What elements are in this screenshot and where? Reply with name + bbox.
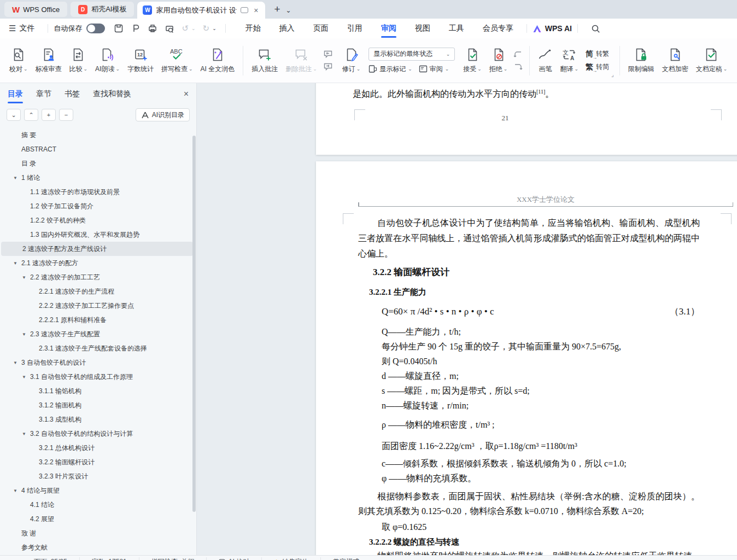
toc-item[interactable]: ▼ 2.1 速冻饺子的配方 <box>0 256 193 270</box>
tab-find-replace[interactable]: 查找和替换 <box>93 84 131 104</box>
status-page-count[interactable]: 页面: 25/25 <box>22 557 80 560</box>
expand-all-button[interactable]: ⌄ <box>7 109 21 121</box>
undo-dropdown-icon[interactable]: ⌄ <box>191 26 196 31</box>
proofread-button[interactable]: 校对⌄ <box>5 45 32 76</box>
toc-expand-arrow[interactable]: ▼ <box>22 375 30 380</box>
ai-recognize-toc-button[interactable]: AI识别目录 <box>136 108 190 121</box>
encrypt-document-button[interactable]: 文档加密 <box>658 45 692 76</box>
menu-item[interactable]: 插入 <box>279 19 295 38</box>
print-button[interactable] <box>148 24 157 33</box>
accept-change-button[interactable]: 接受⌄ <box>459 45 486 76</box>
file-menu[interactable]: ☰ 文件 <box>9 24 34 33</box>
search-button[interactable] <box>591 24 600 33</box>
word-count-button[interactable]: 12 字数统计 <box>124 45 157 76</box>
print-preview-button[interactable] <box>165 24 174 33</box>
toc-item[interactable]: ▼ 3.1.2 输面机构 <box>0 398 193 412</box>
zoom-out-outline-button[interactable]: − <box>59 109 73 121</box>
compare-button[interactable]: 比较⌄ <box>66 45 92 76</box>
toc-item[interactable]: ▼ 4.1 结论 <box>0 498 193 512</box>
tab-wps-office[interactable]: W WPS Office <box>4 2 67 17</box>
wps-ai-button[interactable]: WPS AI <box>533 24 572 33</box>
menu-item[interactable]: 会员专享 <box>483 19 513 38</box>
menu-item[interactable]: 审阅 <box>381 19 396 38</box>
toc-item[interactable]: ▼ 3.2.3 叶片泵设计 <box>0 469 193 483</box>
toc-item[interactable]: ▼ 4.2 展望 <box>0 512 193 526</box>
tab-chapters[interactable]: 章节 <box>36 84 51 104</box>
sidebar-scrollbar[interactable] <box>192 136 196 512</box>
collapse-all-button[interactable]: ⌃ <box>24 109 38 121</box>
status-missing-font[interactable]: ⚠ 缺失字体 <box>262 557 321 560</box>
markup-state-dropdown[interactable]: 显示标记的最终状态⌄ <box>368 48 455 61</box>
next-change-button[interactable] <box>513 63 523 71</box>
autosave-toggle[interactable] <box>86 24 105 33</box>
toc-item[interactable]: ▼ 致 谢 <box>0 526 193 540</box>
toc-item[interactable]: ▼ 3.1 自动包饺子机的组成及工作原理 <box>0 370 193 384</box>
toc-item[interactable]: ▼ 参考文献 <box>0 540 193 555</box>
finalize-document-button[interactable]: 文档定稿⌄ <box>692 45 732 76</box>
menu-item[interactable]: 工具 <box>449 19 464 38</box>
toc-item[interactable]: ▼ 2.2.1 速冻饺子的生产流程 <box>0 284 193 299</box>
document-canvas[interactable]: 是如此。此外输面机构的传动为水平方向的传动[11]。 21 XXX学士学位论文 … <box>197 83 737 555</box>
restrict-editing-button[interactable]: 限制编辑 <box>624 45 658 76</box>
menu-item[interactable]: 开始 <box>245 19 261 38</box>
toc-item[interactable]: ▼ 1 绪论 <box>0 171 193 185</box>
translate-button[interactable]: 文A 翻译⌄ <box>556 45 582 76</box>
previous-comment-button[interactable] <box>323 50 333 59</box>
toc-item[interactable]: ▼ 1.2.2 饺子机的种类 <box>0 213 193 228</box>
status-word-count[interactable]: 字数: 17581 <box>80 557 139 560</box>
document-page-21[interactable]: 是如此。此外输面机构的传动为水平方向的传动[11]。 21 <box>316 83 737 155</box>
tab-bookmarks[interactable]: 书签 <box>65 84 80 104</box>
standard-review-button[interactable]: 标准审查 <box>32 45 66 76</box>
toc-item[interactable]: ▼ 摘 要 <box>0 128 193 142</box>
undo-button[interactable]: ↺ <box>182 24 189 33</box>
tab-list-dropdown-icon[interactable]: ⌄ <box>286 7 291 14</box>
quickbar-dropdown-icon[interactable]: ⌄ <box>212 26 217 31</box>
group-expand-icon[interactable]: ⌟ <box>611 72 614 78</box>
toc-item[interactable]: ▼ 4 结论与展望 <box>0 483 193 498</box>
document-page-22[interactable]: XXX学士学位论文 自动包饺子机总体设计中为了使结构简单，应当将输馅机构、输面机… <box>316 161 737 555</box>
toc-item[interactable]: ▼ 2.3 速冻饺子生产线配置 <box>0 327 193 341</box>
track-changes-button[interactable]: 修订⌄ <box>338 45 365 76</box>
insert-comment-button[interactable]: 插入批注 <box>248 45 282 76</box>
previous-change-button[interactable] <box>513 50 523 59</box>
next-comment-button[interactable] <box>323 63 333 71</box>
toc-item[interactable]: ▼ 1.3 国内外研究概况、水平和发展趋势 <box>0 228 193 242</box>
toc-item[interactable]: ▼ 2 速冻饺子配方及生产线设计 <box>1 242 193 256</box>
simplified-to-traditional-button[interactable]: 简→ 转繁 <box>586 49 609 59</box>
toc-expand-arrow[interactable]: ▼ <box>13 261 21 266</box>
toc-item[interactable]: ▼ 2.2 速冻饺子的加工工艺 <box>0 270 193 284</box>
spell-check-button[interactable]: ABC 拼写检查⌄ <box>157 45 197 76</box>
tab-docer-templates[interactable]: D 稻壳AI模板 <box>71 2 134 17</box>
delete-comment-button[interactable]: 删除批注⌄ <box>282 45 321 76</box>
toc-item[interactable]: ▼ 目 录 <box>0 156 193 171</box>
sidebar-close-icon[interactable]: × <box>184 89 189 99</box>
toc-expand-arrow[interactable]: ▼ <box>22 431 30 436</box>
tab-contents[interactable]: 目录 <box>8 84 23 104</box>
toc-expand-arrow[interactable]: ▼ <box>22 332 30 337</box>
toc-item[interactable]: ▼ 3 自动包饺子机的设计 <box>0 355 193 370</box>
status-compat-mode[interactable]: 兼容模式 <box>321 557 371 560</box>
toc-item[interactable]: ▼ 2.2.2.1 原料和辅料准备 <box>0 313 193 327</box>
toc-item[interactable]: ▼ 2.2.2 速冻饺子加工工艺操作要点 <box>0 299 193 313</box>
toc-item[interactable]: ▼ 3.1.3 成型机构 <box>0 412 193 427</box>
toc-expand-arrow[interactable]: ▼ <box>22 275 30 280</box>
toc-item[interactable]: ▼ 3.2 自动包饺子机的结构设计与计算 <box>0 427 193 441</box>
tab-display-icon[interactable] <box>241 7 248 13</box>
tab-close-icon[interactable]: × <box>252 5 260 15</box>
toc-expand-arrow[interactable]: ▼ <box>13 360 21 365</box>
traditional-to-simplified-button[interactable]: 繁→ 转简 <box>586 62 609 72</box>
tab-document[interactable]: W 家用自动包饺子机设计 设计说 × <box>137 2 265 19</box>
toc-item[interactable]: ▼ ABSTRACT <box>0 142 193 156</box>
toc-item[interactable]: ▼ 3.2.2 输面螺杆设计 <box>0 455 193 469</box>
status-ai-proofread[interactable]: AI 校对 <box>207 557 262 560</box>
save-button[interactable] <box>114 24 124 33</box>
new-tab-button[interactable]: + <box>274 3 280 15</box>
menu-item[interactable]: 引用 <box>347 19 362 38</box>
menu-item[interactable]: 视图 <box>415 19 430 38</box>
ink-pen-button[interactable]: 画笔 <box>534 45 556 76</box>
toc-expand-arrow[interactable]: ▼ <box>13 176 21 180</box>
reject-change-button[interactable]: 拒绝⌄ <box>486 45 512 76</box>
toc-item[interactable]: ▼ 1.1 速冻饺子的市场现状及前景 <box>0 185 193 199</box>
toc-item[interactable]: ▼ 3.2.1 总体机构设计 <box>0 441 193 455</box>
ai-polish-button[interactable]: AI 全文润色 <box>197 45 239 76</box>
